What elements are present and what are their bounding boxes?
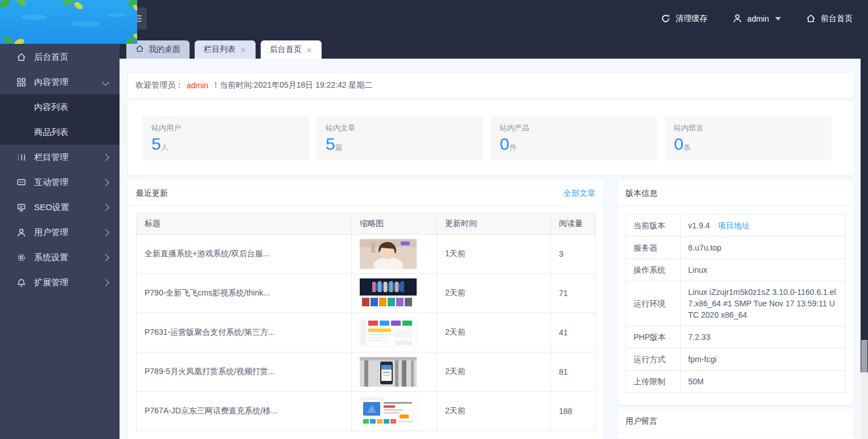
close-icon[interactable]: × — [240, 46, 246, 54]
version-row-label: 运行环境 — [626, 281, 681, 326]
sidebar-item-label: 栏目管理 — [34, 152, 103, 163]
stat-unit: 件 — [509, 143, 517, 151]
table-row[interactable]: P789-5月火凤凰打赏系统/视频打赏... — [137, 352, 596, 392]
tab-backend-home[interactable]: 后台首页 × — [261, 40, 322, 59]
table-row: 当前版本 v1.9.4项目地址 — [626, 215, 846, 237]
table-row: 运行环境 Linux iZzujr1m5k0z1sZ 3.10.0-1160.6… — [626, 281, 846, 326]
user-menu[interactable]: admin — [733, 14, 781, 23]
stat-value: 5 — [151, 134, 161, 154]
welcome-username: admin — [187, 81, 208, 90]
table-row: 上传限制 50M — [626, 371, 846, 393]
header-actions: 清理缓存 admin 前台首页 — [661, 0, 853, 37]
scrollbar-track — [861, 372, 868, 439]
table-row[interactable]: P7631-运营版聚合支付系统/第三方... 2天前 — [137, 313, 596, 352]
table-row: 运行方式 fpm-fcgi — [626, 348, 846, 371]
thumbnail-movie-site — [360, 278, 417, 308]
sidebar-item-label: 商品列表 — [34, 127, 108, 138]
table-row[interactable]: P767A-JD京东三网话费直充系统/移... 2天前 188 — [137, 392, 596, 431]
version-row-label: 服务器 — [626, 237, 681, 259]
table-row: 服务器 6.u7u.top — [626, 237, 846, 259]
article-thumbnail — [352, 274, 437, 313]
article-title[interactable]: P790-全新飞飞cms影视系统/think... — [137, 274, 352, 313]
version-row-value: fpm-fcgi — [681, 348, 846, 371]
stat-value: 0 — [674, 134, 684, 154]
version-row-value: v1.9.4 — [688, 221, 710, 230]
username-label: admin — [747, 14, 769, 23]
user-icon — [733, 14, 742, 23]
sidebar-item-column-mgmt[interactable]: 栏目管理 — [0, 145, 120, 170]
thumbnail-jd-recharge — [360, 396, 417, 426]
stat-unit: 篇 — [335, 143, 343, 151]
panel-title: 最近更新 — [136, 188, 168, 199]
stat-unit: 条 — [684, 143, 691, 151]
version-row-value: 50M — [681, 371, 846, 393]
grid-icon — [16, 77, 26, 87]
chevron-right-icon — [102, 154, 109, 161]
stat-label: 站内产品 — [500, 123, 648, 133]
article-title[interactable]: P767A-JD京东三网话费直充系统/移... — [137, 392, 352, 431]
stat-unit: 人 — [161, 143, 168, 151]
article-updated: 2天前 — [437, 392, 551, 431]
welcome-banner: 欢迎管理员： admin ！当前时间:2021年05月18日 19:22:42 … — [128, 73, 854, 98]
sidebar-item-content-mgmt[interactable]: 内容管理 — [0, 69, 120, 95]
chevron-down-icon — [102, 79, 109, 86]
article-updated: 2天前 — [437, 313, 551, 352]
article-views: 81 — [551, 352, 596, 392]
chat-icon — [16, 177, 26, 187]
chevron-right-icon — [102, 254, 109, 261]
sidebar-item-label: 扩展管理 — [34, 277, 103, 288]
frontend-home-label: 前台首页 — [821, 14, 853, 24]
sidebar-item-content-list[interactable]: 内容列表 — [0, 95, 120, 120]
panel-title: 用户留言 — [626, 416, 657, 426]
stats-panel: 站内用户 5人 站内文章 5篇 站内产品 0件 站内留言 0条 — [128, 101, 854, 175]
article-title[interactable]: 全新直播系统+游戏系统/双后台服... — [137, 235, 352, 274]
close-icon[interactable]: × — [306, 46, 312, 54]
thumbnail-reward-app — [360, 357, 417, 387]
article-views: 188 — [551, 392, 596, 431]
version-row-value: Linux iZzujr1m5k0z1sZ 3.10.0-1160.6.1.el… — [681, 281, 846, 326]
thumbnail-payment-dashboard — [360, 318, 417, 347]
col-header-title: 标题 — [137, 214, 352, 235]
frontend-home-button[interactable]: 前台首页 — [806, 14, 853, 24]
article-updated: 1天前 — [437, 235, 551, 274]
col-header-updated: 更新时间 — [437, 214, 551, 235]
sidebar-item-label: 系统设置 — [34, 252, 103, 263]
scrollbar-thumb[interactable] — [861, 340, 867, 372]
sidebar-item-label: 用户管理 — [34, 227, 103, 238]
page-scrollbar[interactable] — [861, 37, 868, 439]
panel-title: 版本信息 — [626, 188, 657, 199]
home-icon — [16, 52, 26, 62]
table-row[interactable]: P790-全新飞飞cms影视系统/think... — [137, 274, 596, 313]
recent-updates-table: 标题 缩略图 更新时间 阅读量 全新直播系统+游戏系统/双后台服... — [136, 213, 596, 431]
sidebar-item-seo-settings[interactable]: SEO设置 — [0, 195, 120, 220]
sidebar-item-dashboard[interactable]: 后台首页 — [0, 44, 120, 69]
sidebar-item-label: 互动管理 — [34, 177, 103, 188]
sidebar-item-label: 内容管理 — [34, 77, 103, 88]
sidebar-item-system-settings[interactable]: 系统设置 — [0, 245, 120, 270]
stat-label: 站内文章 — [326, 123, 474, 133]
site-logo[interactable] — [0, 0, 137, 44]
sidebar-item-extension-mgmt[interactable]: 扩展管理 — [0, 270, 120, 295]
all-articles-link[interactable]: 全部文章 — [563, 188, 595, 199]
tab-bar: 我的桌面 栏目列表 × 后台首页 × — [120, 37, 868, 59]
article-thumbnail — [352, 313, 437, 352]
main-content: 欢迎管理员： admin ！当前时间:2021年05月18日 19:22:42 … — [120, 59, 861, 439]
welcome-prefix: 欢迎管理员： — [135, 80, 183, 91]
col-header-views: 阅读量 — [551, 214, 596, 235]
user-icon — [16, 227, 26, 237]
stat-card-messages: 站内留言 0条 — [665, 116, 832, 161]
article-views: 3 — [551, 235, 596, 274]
recent-updates-panel: 最近更新 全部文章 标题 缩略图 更新时间 阅读量 全新直播系统+游戏系统/双后… — [128, 181, 603, 439]
stat-label: 站内用户 — [151, 123, 300, 133]
sidebar-item-user-mgmt[interactable]: 用户管理 — [0, 220, 120, 245]
sidebar-item-product-list[interactable]: 商品列表 — [0, 120, 120, 145]
table-row[interactable]: 全新直播系统+游戏系统/双后台服... 1天前 3 — [137, 235, 596, 274]
sidebar-item-interaction-mgmt[interactable]: 互动管理 — [0, 170, 120, 195]
project-url-link[interactable]: 项目地址 — [718, 221, 750, 230]
article-title[interactable]: P789-5月火凤凰打赏系统/视频打赏... — [137, 352, 352, 392]
sidebar-item-label: SEO设置 — [34, 202, 103, 213]
tab-column-list[interactable]: 栏目列表 × — [195, 40, 256, 59]
article-thumbnail — [352, 352, 437, 392]
clear-cache-button[interactable]: 清理缓存 — [661, 14, 707, 24]
article-title[interactable]: P7631-运营版聚合支付系统/第三方... — [137, 313, 352, 352]
